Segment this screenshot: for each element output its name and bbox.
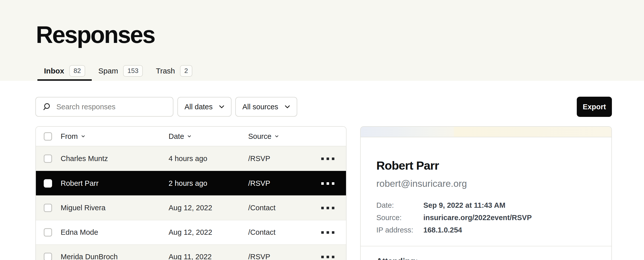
row-from: Merida DunBroch bbox=[61, 253, 169, 260]
meta-row: Source: insuricare.org/2022event/RSVP bbox=[376, 214, 596, 226]
mailbox-tab[interactable]: Spam 153 bbox=[92, 63, 149, 81]
table-header-row: From Date Source bbox=[36, 127, 346, 146]
select-all-checkbox[interactable] bbox=[44, 132, 52, 141]
row-date: 4 hours ago bbox=[169, 154, 248, 163]
more-options-button[interactable] bbox=[321, 205, 334, 211]
row-source: /RSVP bbox=[248, 253, 313, 260]
meta-label: IP address: bbox=[376, 226, 423, 234]
row-source: /RSVP bbox=[248, 154, 313, 163]
mailbox-tab[interactable]: Inbox 82 bbox=[37, 63, 92, 81]
table-body: Charles Muntz 4 hours ago /RSVP Robert P… bbox=[36, 146, 346, 260]
more-options-button[interactable] bbox=[321, 156, 334, 162]
table-row[interactable]: Miguel Rivera Aug 12, 2022 /Contact bbox=[36, 195, 346, 220]
mailbox-tab[interactable]: Trash 2 bbox=[149, 63, 199, 81]
row-checkbox[interactable] bbox=[44, 228, 52, 237]
row-source: /Contact bbox=[248, 204, 313, 212]
page-title: Responses bbox=[36, 21, 155, 48]
table-row[interactable]: Robert Parr 2 hours ago /RSVP bbox=[36, 171, 346, 195]
chevron-down-icon bbox=[187, 134, 192, 139]
respondent-name: Robert Parr bbox=[376, 159, 596, 172]
meta-row: Date: Sep 9, 2022 at 11:43 AM bbox=[376, 201, 596, 214]
meta-value: Sep 9, 2022 at 11:43 AM bbox=[423, 201, 505, 210]
date-filter-value: All dates bbox=[185, 103, 213, 111]
row-checkbox[interactable] bbox=[44, 204, 52, 212]
tab-label: Spam bbox=[98, 67, 118, 75]
responses-table: From Date Source bbox=[35, 126, 347, 260]
meta-label: Source: bbox=[376, 214, 423, 222]
table-row[interactable]: Edna Mode Aug 12, 2022 /Contact bbox=[36, 220, 346, 244]
row-checkbox[interactable] bbox=[44, 154, 52, 163]
page-header: Responses Inbox 82 Spam 153 Trash 2 bbox=[0, 0, 644, 81]
row-from: Edna Mode bbox=[61, 228, 169, 237]
export-button[interactable]: Export bbox=[577, 97, 612, 117]
search-icon bbox=[42, 103, 51, 111]
respondent-email: robert@insuricare.org bbox=[376, 178, 596, 189]
chevron-down-icon bbox=[284, 103, 291, 111]
tab-count-badge: 2 bbox=[180, 65, 192, 77]
divider bbox=[361, 246, 611, 246]
column-header-from[interactable]: From bbox=[61, 132, 169, 141]
search-input[interactable] bbox=[56, 103, 167, 111]
more-options-button[interactable] bbox=[321, 230, 334, 235]
chevron-down-icon bbox=[274, 134, 279, 139]
more-options-button[interactable] bbox=[321, 254, 334, 260]
detail-body: Robert Parr robert@insuricare.org Date: … bbox=[361, 159, 611, 260]
detail-header-gradient bbox=[361, 127, 611, 137]
response-detail-panel: Robert Parr robert@insuricare.org Date: … bbox=[360, 126, 612, 260]
row-source: /RSVP bbox=[248, 179, 313, 188]
response-meta: Date: Sep 9, 2022 at 11:43 AM Source: in… bbox=[376, 201, 596, 238]
row-date: 2 hours ago bbox=[169, 179, 248, 188]
meta-row: IP address: 168.1.0.254 bbox=[376, 226, 596, 238]
attending-heading: Attending: bbox=[376, 256, 596, 260]
row-from: Miguel Rivera bbox=[61, 204, 169, 212]
tab-label: Inbox bbox=[44, 67, 64, 75]
row-from: Robert Parr bbox=[61, 179, 169, 188]
table-row[interactable]: Charles Muntz 4 hours ago /RSVP bbox=[36, 146, 346, 171]
more-options-button[interactable] bbox=[321, 181, 334, 186]
meta-value: 168.1.0.254 bbox=[423, 226, 462, 234]
column-header-source[interactable]: Source bbox=[248, 132, 313, 141]
search-box[interactable] bbox=[35, 97, 173, 117]
meta-value: insuricare.org/2022event/RSVP bbox=[423, 214, 532, 222]
tab-count-badge: 82 bbox=[69, 65, 85, 77]
source-filter-value: All sources bbox=[242, 103, 278, 111]
date-filter-dropdown[interactable]: All dates bbox=[177, 97, 232, 117]
column-header-date[interactable]: Date bbox=[169, 132, 248, 141]
meta-label: Date: bbox=[376, 201, 423, 210]
tab-label: Trash bbox=[156, 67, 175, 75]
row-date: Aug 11, 2022 bbox=[169, 253, 248, 260]
source-filter-dropdown[interactable]: All sources bbox=[235, 97, 297, 117]
row-checkbox[interactable] bbox=[44, 179, 52, 188]
responses-page: Responses Inbox 82 Spam 153 Trash 2 bbox=[0, 0, 644, 260]
row-from: Charles Muntz bbox=[61, 154, 169, 163]
row-date: Aug 12, 2022 bbox=[169, 228, 248, 237]
chevron-down-icon bbox=[218, 103, 225, 111]
tab-count-badge: 153 bbox=[123, 65, 143, 77]
mailbox-tabs: Inbox 82 Spam 153 Trash 2 bbox=[37, 63, 199, 81]
row-checkbox[interactable] bbox=[44, 253, 52, 260]
row-date: Aug 12, 2022 bbox=[169, 204, 248, 212]
row-source: /Contact bbox=[248, 228, 313, 237]
table-row[interactable]: Merida DunBroch Aug 11, 2022 /RSVP bbox=[36, 244, 346, 260]
chevron-down-icon bbox=[81, 134, 86, 139]
